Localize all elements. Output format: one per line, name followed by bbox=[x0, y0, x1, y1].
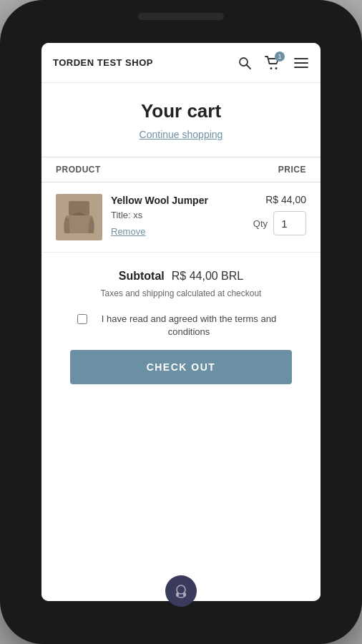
cart-badge-count: 1 bbox=[275, 52, 285, 62]
cart-item: Yellow Wool Jumper Title: xs Remove R$ 4… bbox=[41, 182, 321, 253]
product-price: R$ 44,00 bbox=[265, 194, 306, 205]
svg-point-3 bbox=[275, 67, 278, 69]
qty-label: Qty bbox=[253, 218, 268, 229]
cart-table-header: PRODUCT PRICE bbox=[41, 157, 321, 182]
brand-name: TORDEN TEST SHOP bbox=[53, 57, 153, 68]
tax-note: Taxes and shipping calculated at checkou… bbox=[56, 288, 306, 298]
cart-header: Your cart Continue shopping bbox=[41, 83, 321, 150]
product-image bbox=[56, 194, 102, 240]
svg-line-1 bbox=[247, 64, 251, 69]
nav-icons: 1 bbox=[238, 56, 309, 70]
subtotal-label: Subtotal bbox=[119, 270, 165, 283]
continue-shopping-button[interactable]: Continue shopping bbox=[140, 129, 223, 140]
checkout-button[interactable]: CHECK OUT bbox=[70, 350, 292, 384]
phone-device: TORDEN TEST SHOP 1 bbox=[0, 0, 362, 644]
variant-label: Title: bbox=[111, 210, 131, 220]
cart-button[interactable]: 1 bbox=[265, 56, 280, 70]
remove-item-button[interactable]: Remove bbox=[111, 226, 145, 237]
terms-checkbox[interactable] bbox=[77, 314, 87, 324]
nav-bar: TORDEN TEST SHOP 1 bbox=[41, 43, 321, 83]
variant-value: xs bbox=[133, 210, 142, 220]
main-content: Your cart Continue shopping PRODUCT PRIC… bbox=[41, 83, 321, 601]
product-name: Yellow Wool Jumper bbox=[111, 194, 245, 207]
search-button[interactable] bbox=[238, 56, 252, 70]
search-icon bbox=[238, 56, 252, 70]
bottom-float-button[interactable] bbox=[165, 575, 197, 607]
subtotal-value: R$ 44,00 BRL bbox=[172, 270, 244, 283]
terms-text: I have read and agreed with the terms an… bbox=[93, 313, 285, 338]
cart-title: Your cart bbox=[56, 100, 306, 122]
subtotal-row: Subtotal R$ 44,00 BRL bbox=[56, 270, 306, 283]
price-column-header: PRICE bbox=[278, 165, 306, 175]
product-variant: Title: xs bbox=[111, 210, 245, 220]
product-details: Yellow Wool Jumper Title: xs Remove bbox=[111, 194, 245, 237]
product-price-qty: R$ 44,00 Qty bbox=[253, 194, 306, 235]
qty-container: Qty bbox=[253, 211, 306, 235]
phone-screen: TORDEN TEST SHOP 1 bbox=[41, 43, 321, 601]
product-column-header: PRODUCT bbox=[56, 165, 101, 175]
terms-row: I have read and agreed with the terms an… bbox=[56, 313, 306, 350]
subtotal-section: Subtotal R$ 44,00 BRL Taxes and shipping… bbox=[41, 253, 321, 406]
svg-point-2 bbox=[270, 67, 273, 69]
headset-icon bbox=[173, 583, 189, 599]
product-thumbnail bbox=[56, 194, 102, 240]
menu-icon bbox=[293, 57, 309, 69]
menu-button[interactable] bbox=[293, 57, 309, 69]
qty-input[interactable] bbox=[273, 211, 306, 235]
